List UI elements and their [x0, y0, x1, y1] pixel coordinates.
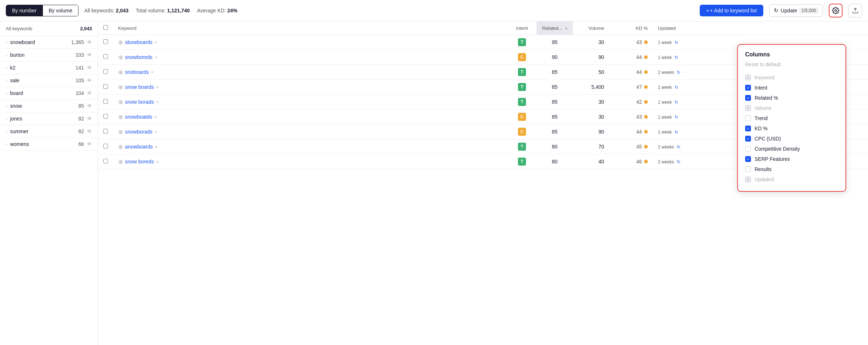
- row-checkbox-cell[interactable]: [98, 154, 113, 169]
- keyword-link[interactable]: ⊕ snowboreds »: [118, 54, 502, 61]
- keyword-link[interactable]: ⊕ snowborads »: [118, 128, 502, 135]
- refresh-row-icon[interactable]: ↻: [675, 130, 678, 135]
- kd-cell: 44: [609, 50, 653, 65]
- row-checkbox[interactable]: [103, 159, 108, 163]
- row-checkbox[interactable]: [103, 39, 108, 44]
- refresh-row-icon[interactable]: ↻: [677, 159, 680, 164]
- sidebar-item[interactable]: › sale 105 👁: [0, 74, 98, 87]
- eye-icon[interactable]: 👁: [87, 103, 92, 109]
- sidebar-item[interactable]: › k2 141 👁: [0, 62, 98, 74]
- row-checkbox-cell[interactable]: [98, 110, 113, 124]
- panel-checkbox-kd[interactable]: [745, 126, 751, 131]
- panel-checkbox-trend[interactable]: [745, 115, 751, 121]
- row-checkbox-cell[interactable]: [98, 65, 113, 80]
- panel-label-results[interactable]: Results: [755, 166, 772, 172]
- eye-icon[interactable]: 👁: [87, 116, 92, 122]
- refresh-row-icon[interactable]: ↻: [677, 70, 680, 75]
- refresh-row-icon[interactable]: ↻: [675, 40, 678, 45]
- panel-label-cpc[interactable]: CPC (USD): [755, 136, 781, 142]
- panel-label-competitive[interactable]: Competitive Density: [755, 146, 800, 152]
- panel-checkbox-related[interactable]: [745, 95, 751, 101]
- panel-label-trend[interactable]: Trend: [755, 115, 768, 121]
- settings-button[interactable]: [829, 4, 843, 17]
- toggle-by-volume[interactable]: By volume: [43, 5, 78, 16]
- expand-keyword-icon[interactable]: »: [156, 99, 158, 104]
- select-all-checkbox[interactable]: [103, 25, 108, 30]
- panel-checkbox-results[interactable]: [745, 166, 751, 172]
- related-cell: 95: [537, 35, 573, 50]
- expand-keyword-icon[interactable]: »: [155, 55, 157, 60]
- row-checkbox-cell[interactable]: [98, 35, 113, 50]
- sidebar-item[interactable]: › jones 82 👁: [0, 112, 98, 125]
- row-checkbox[interactable]: [103, 99, 108, 104]
- row-checkbox-cell[interactable]: [98, 124, 113, 139]
- keyword-link[interactable]: ⊕ snow boreds »: [118, 158, 502, 165]
- panel-label-intent[interactable]: Intent: [755, 85, 767, 91]
- intent-cell: T: [507, 95, 537, 110]
- reset-to-default[interactable]: Reset to default: [745, 62, 838, 67]
- expand-keyword-icon[interactable]: »: [155, 129, 157, 134]
- row-checkbox[interactable]: [103, 69, 108, 74]
- row-checkbox[interactable]: [103, 114, 108, 119]
- sidebar-item[interactable]: › board 104 👁: [0, 87, 98, 100]
- eye-icon[interactable]: 👁: [87, 78, 92, 83]
- panel-checkbox-competitive[interactable]: [745, 146, 751, 152]
- panel-label-serp[interactable]: SERP Features: [755, 156, 790, 162]
- expand-keyword-icon[interactable]: »: [156, 84, 158, 90]
- keyword-link[interactable]: ⊕ sbowboards »: [118, 39, 502, 46]
- row-checkbox[interactable]: [103, 129, 108, 134]
- keyword-link[interactable]: ⊕ snow borads »: [118, 99, 502, 106]
- panel-checkbox-intent[interactable]: [745, 85, 751, 91]
- keyword-link[interactable]: ⊕ snowboatds »: [118, 114, 502, 120]
- expand-keyword-icon[interactable]: »: [156, 159, 158, 164]
- sidebar-item[interactable]: › womens 66 👁: [0, 138, 98, 151]
- eye-icon[interactable]: 👁: [87, 52, 92, 58]
- sidebar-item[interactable]: › burton 333 👁: [0, 49, 98, 62]
- keyword-link[interactable]: ⊕ anowboards »: [118, 143, 502, 150]
- intent-badge: T: [518, 158, 526, 166]
- sidebar-item[interactable]: › snowboard 1,365 👁: [0, 36, 98, 49]
- keyword-link[interactable]: ⊕ snoboards »: [118, 69, 502, 76]
- refresh-row-icon[interactable]: ↻: [675, 100, 678, 105]
- row-checkbox[interactable]: [103, 144, 108, 148]
- row-checkbox-cell[interactable]: [98, 95, 113, 110]
- volume-cell: 30: [573, 110, 609, 124]
- row-checkbox[interactable]: [103, 54, 108, 59]
- refresh-row-icon[interactable]: ↻: [675, 85, 678, 90]
- expand-keyword-icon[interactable]: »: [155, 40, 157, 45]
- keyword-text: snowboreds: [125, 54, 153, 60]
- panel-checkbox-serp[interactable]: [745, 156, 751, 162]
- kd-indicator: [644, 160, 648, 163]
- panel-label-related[interactable]: Related %: [755, 95, 778, 101]
- eye-icon[interactable]: 👁: [87, 65, 92, 71]
- eye-icon[interactable]: 👁: [87, 90, 92, 96]
- panel-label-kd[interactable]: KD %: [755, 126, 768, 131]
- related-column-header[interactable]: Related... ≡: [537, 21, 573, 35]
- panel-item-volume: Volume: [745, 103, 838, 113]
- sidebar: All keywords 2,043 › snowboard 1,365 👁 ›…: [0, 21, 98, 345]
- refresh-row-icon[interactable]: ↻: [675, 55, 678, 60]
- add-to-keyword-list-button[interactable]: + + Add to keyword list: [700, 5, 763, 16]
- update-button[interactable]: ↻ Update 1/5,000: [769, 4, 823, 17]
- row-checkbox[interactable]: [103, 84, 108, 89]
- sidebar-items-list: › snowboard 1,365 👁 › burton 333 👁 › k2 …: [0, 36, 98, 151]
- keyword-link[interactable]: ⊕ snow boards »: [118, 84, 502, 91]
- row-checkbox-cell[interactable]: [98, 50, 113, 65]
- row-checkbox-cell[interactable]: [98, 139, 113, 154]
- eye-icon[interactable]: 👁: [87, 39, 92, 45]
- export-button[interactable]: [848, 4, 862, 17]
- expand-keyword-icon[interactable]: »: [155, 144, 157, 149]
- toggle-by-number[interactable]: By number: [6, 5, 43, 16]
- eye-icon[interactable]: 👁: [87, 141, 92, 147]
- row-checkbox-cell[interactable]: [98, 80, 113, 95]
- kd-cell: 42: [609, 95, 653, 110]
- refresh-row-icon[interactable]: ↻: [677, 144, 680, 150]
- panel-checkbox-cpc[interactable]: [745, 136, 751, 142]
- sidebar-item[interactable]: › snow 85 👁: [0, 100, 98, 112]
- refresh-row-icon[interactable]: ↻: [675, 115, 678, 120]
- related-cell: 85: [537, 110, 573, 124]
- sidebar-item[interactable]: › summer 82 👁: [0, 125, 98, 138]
- expand-keyword-icon[interactable]: »: [154, 114, 157, 119]
- eye-icon[interactable]: 👁: [87, 128, 92, 134]
- expand-keyword-icon[interactable]: »: [151, 70, 153, 75]
